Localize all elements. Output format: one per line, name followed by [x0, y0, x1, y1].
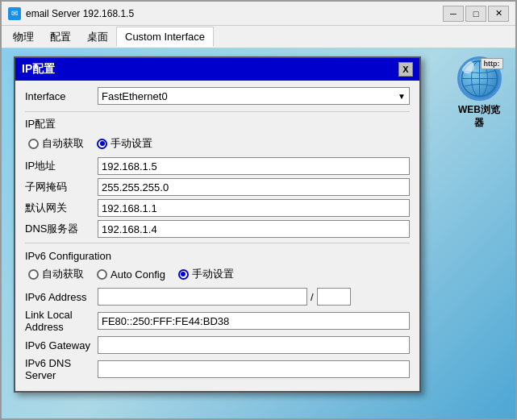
ipv6-radio-autoconfig-label: Auto Config [110, 268, 165, 281]
ipv6-radio-auto[interactable]: 自动获取 [28, 267, 84, 281]
interface-select[interactable]: FastEthernet0 ▼ [98, 87, 410, 105]
subnet-mask-label: 子网掩码 [25, 180, 98, 194]
ipv6-address-label: IPv6 Address [25, 291, 98, 303]
interface-row: Interface FastEthernet0 ▼ [25, 87, 410, 105]
menu-item-desktop[interactable]: 桌面 [79, 27, 116, 48]
main-window: ✉ email Server 192.168.1.5 ─ □ ✕ 物理 配置 桌… [0, 0, 517, 420]
interface-select-value: FastEthernet0 [102, 90, 168, 102]
ipv6-slash: / [311, 291, 314, 303]
ipv6-radio-manual[interactable]: 手动设置 [178, 267, 234, 281]
subnet-mask-field: 子网掩码 [25, 178, 410, 196]
link-local-field: Link Local Address [25, 309, 410, 333]
ip-address-label: IP地址 [25, 159, 98, 173]
ip-address-input[interactable] [98, 157, 410, 175]
menu-item-config[interactable]: 配置 [42, 27, 79, 48]
dns-input[interactable] [98, 220, 410, 238]
ipv6-section: IPv6 Configuration 自动获取 Auto Config [25, 250, 410, 381]
ip-radio-manual-circle [97, 139, 107, 149]
ipv6-section-header: IPv6 Configuration [25, 250, 410, 262]
app-icon: ✉ [8, 7, 21, 20]
ipv6-dns-label: IPv6 DNS Server [25, 357, 98, 381]
ip-radio-auto-circle [28, 139, 39, 149]
ip-radio-auto-label: 自动获取 [42, 136, 84, 151]
ipv6-radio-autoconfig[interactable]: Auto Config [97, 268, 165, 281]
ip-address-field: IP地址 [25, 157, 410, 175]
section-divider-2 [25, 243, 410, 243]
maximize-button[interactable]: □ [465, 6, 486, 22]
ipv6-prefix-input[interactable] [317, 288, 351, 306]
ipv6-radio-auto-label: 自动获取 [42, 267, 84, 281]
section-divider-1 [25, 111, 410, 112]
select-arrow-icon: ▼ [398, 92, 406, 101]
ip-radio-manual-label: 手动设置 [110, 136, 152, 151]
ipv6-gateway-field: IPv6 Gateway [25, 336, 410, 354]
ipv6-radio-autoconfig-circle [97, 269, 107, 280]
http-badge: http: [481, 58, 503, 69]
menu-item-custom[interactable]: Custom Interface [116, 27, 214, 47]
title-bar: ✉ email Server 192.168.1.5 ─ □ ✕ [2, 2, 515, 26]
gateway-field: 默认网关 [25, 199, 410, 217]
ipv6-radio-auto-circle [28, 269, 39, 280]
browser-icon-area: http: WEB浏览器 [451, 56, 507, 129]
ip-radio-auto[interactable]: 自动获取 [28, 136, 84, 151]
dns-field: DNS服务器 [25, 220, 410, 238]
close-button[interactable]: ✕ [488, 6, 509, 22]
gateway-label: 默认网关 [25, 201, 98, 215]
ipv6-address-field: IPv6 Address / [25, 288, 410, 306]
main-content: http: WEB浏览器 IP配置 X Interface FastEthern… [2, 48, 515, 418]
menu-item-physics[interactable]: 物理 [5, 27, 42, 48]
ip-radio-group: 自动获取 手动设置 [25, 136, 410, 151]
gateway-input[interactable] [98, 199, 410, 217]
ip-section-header: IP配置 [25, 117, 410, 131]
ipv6-gateway-input[interactable] [98, 336, 410, 354]
ipv6-gateway-label: IPv6 Gateway [25, 339, 98, 351]
ip-config-dialog: IP配置 X Interface FastEthernet0 ▼ IP配置 [14, 56, 421, 393]
interface-label: Interface [25, 90, 90, 102]
link-local-input[interactable] [98, 312, 410, 330]
ipv6-radio-group: 自动获取 Auto Config 手动设置 [25, 267, 410, 281]
ip-radio-manual[interactable]: 手动设置 [97, 136, 152, 151]
subnet-mask-input[interactable] [98, 178, 410, 196]
window-title: email Server 192.168.1.5 [26, 8, 443, 19]
dialog-title-text: IP配置 [22, 62, 55, 77]
dialog-body: Interface FastEthernet0 ▼ IP配置 自动获取 [15, 81, 419, 391]
ipv6-dns-field: IPv6 DNS Server [25, 357, 410, 381]
dialog-close-button[interactable]: X [398, 62, 413, 77]
browser-label: WEB浏览器 [458, 104, 500, 129]
ipv6-address-input[interactable] [98, 288, 307, 306]
menu-bar: 物理 配置 桌面 Custom Interface [2, 26, 515, 48]
ipv6-radio-manual-circle [178, 269, 189, 280]
dns-label: DNS服务器 [25, 222, 98, 236]
link-local-label: Link Local Address [25, 309, 98, 333]
ipv6-radio-manual-label: 手动设置 [192, 267, 234, 281]
minimize-button[interactable]: ─ [443, 6, 464, 22]
window-controls: ─ □ ✕ [443, 6, 509, 22]
dialog-title-bar: IP配置 X [15, 58, 419, 81]
ipv6-dns-input[interactable] [98, 360, 410, 378]
